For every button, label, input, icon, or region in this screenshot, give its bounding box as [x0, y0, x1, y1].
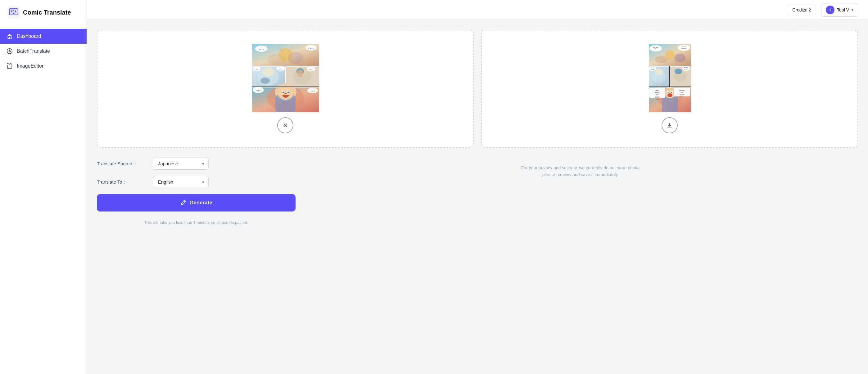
svg-point-21: [262, 67, 274, 77]
svg-text:because: because: [679, 94, 684, 95]
svg-point-10: [268, 54, 286, 65]
svg-text:テキスト: テキスト: [308, 47, 314, 49]
sidebar-item-dashboard[interactable]: Dashboard: [0, 29, 87, 44]
top-header: Credits: 2 t Tool V ▾: [87, 0, 868, 20]
svg-text:Father: Father: [655, 90, 659, 91]
svg-text:see you: see you: [655, 96, 659, 97]
controls-left: Translate Source : Japanese Chinese Kore…: [97, 158, 296, 225]
controls-form: Translate Source : Japanese Chinese Kore…: [97, 158, 296, 225]
close-icon: ✕: [283, 122, 288, 129]
svg-text:セリフ: セリフ: [279, 68, 282, 70]
svg-text:テキスト: テキスト: [309, 69, 314, 70]
credits-badge: Credits: 2: [787, 5, 816, 15]
home-icon: [6, 33, 13, 40]
svg-text:would be: would be: [655, 92, 659, 93]
svg-text:セリフ: セリフ: [259, 48, 264, 50]
download-image-button[interactable]: [661, 117, 678, 133]
svg-text:セリフ: セリフ: [310, 90, 315, 92]
target-language-select[interactable]: English Japanese Chinese Korean Spanish …: [153, 176, 209, 188]
svg-point-11: [288, 52, 303, 64]
user-menu[interactable]: t Tool V ▾: [821, 3, 858, 17]
svg-text:do this!: do this!: [653, 48, 657, 49]
remove-image-button[interactable]: ✕: [277, 117, 293, 133]
sidebar: Comic Translate Dashboard BatchTranslate…: [0, 0, 87, 374]
sidebar-item-image-editor[interactable]: ImageEditor: [0, 59, 87, 73]
svg-text:a father!!: a father!!: [679, 96, 684, 97]
svg-text:if it's: if it's: [681, 92, 683, 93]
svg-point-37: [278, 86, 293, 100]
svg-point-64: [655, 69, 663, 75]
sidebar-logo: Comic Translate: [0, 0, 87, 25]
generate-button[interactable]: Generate: [97, 194, 296, 211]
bottom-controls-row: Translate Source : Japanese Chinese Kore…: [97, 158, 858, 225]
app-title: Comic Translate: [23, 9, 71, 16]
svg-point-22: [260, 77, 270, 84]
svg-text:sad to: sad to: [655, 94, 658, 95]
sidebar-navigation: Dashboard BatchTranslate ImageEditor: [0, 25, 87, 77]
svg-point-82: [668, 93, 673, 97]
source-language-select-wrapper: Japanese Chinese Korean English ▾: [153, 158, 209, 170]
source-language-select[interactable]: Japanese Chinese Korean English: [153, 158, 209, 170]
source-manga-image: セリフ テキスト 話す セリフ: [252, 44, 319, 112]
generate-button-label: Generate: [189, 200, 212, 206]
svg-text:you pay: you pay: [650, 69, 654, 70]
svg-text:Especially: Especially: [679, 90, 684, 91]
svg-point-41: [287, 92, 289, 93]
batch-translate-label: BatchTranslate: [17, 48, 50, 54]
dashboard-label: Dashboard: [17, 33, 41, 39]
user-name: Tool V: [837, 7, 849, 12]
svg-point-54: [674, 54, 685, 62]
target-language-label: Translate To :: [97, 179, 147, 184]
source-language-group: Translate Source : Japanese Chinese Kore…: [97, 158, 296, 170]
target-language-group: Translate To : English Japanese Chinese …: [97, 176, 296, 188]
source-panel: セリフ テキスト 話す セリフ: [97, 30, 474, 148]
svg-text:Are you: Are you: [684, 67, 688, 68]
svg-text:two like: two like: [655, 97, 659, 98]
svg-text:I'll make: I'll make: [650, 67, 654, 69]
translated-manga-image: Wait, don't do this! You can't beat him …: [649, 44, 691, 112]
generate-hint: This will take you less than 1 minute, s…: [97, 220, 296, 225]
source-language-label: Translate Source :: [97, 161, 147, 166]
magic-wand-icon: [180, 200, 186, 206]
app-logo-icon: [7, 6, 20, 19]
svg-point-81: [671, 92, 672, 93]
svg-rect-43: [283, 94, 288, 95]
controls-right: For your privacy and security, we curren…: [303, 158, 858, 182]
svg-text:大きい: 大きい: [256, 90, 260, 92]
svg-text:beat him: beat him: [681, 47, 686, 49]
image-panels-row: セリフ テキスト 話す セリフ: [97, 30, 858, 148]
svg-point-6: [9, 50, 10, 52]
page-content: セリフ テキスト 話す セリフ: [87, 20, 868, 374]
svg-point-66: [675, 69, 682, 74]
svg-point-30: [297, 70, 303, 77]
layers-icon: [6, 48, 13, 55]
target-language-select-wrapper: English Japanese Chinese Korean Spanish …: [153, 176, 209, 188]
svg-text:crazy?!: crazy?!: [684, 69, 688, 70]
svg-point-40: [282, 92, 284, 93]
svg-point-80: [668, 92, 669, 93]
download-icon: [666, 122, 673, 128]
privacy-note-text: For your privacy and security, we curren…: [521, 164, 640, 178]
main-content: Credits: 2 t Tool V ▾: [87, 0, 868, 374]
chevron-down-icon: ▾: [851, 8, 854, 12]
image-editor-label: ImageEditor: [17, 63, 43, 69]
svg-text:this!!!: this!!!: [656, 99, 658, 100]
svg-point-4: [15, 11, 16, 12]
svg-text:話す: 話す: [255, 69, 258, 70]
svg-point-3: [11, 11, 12, 12]
image-icon: [6, 63, 13, 69]
sidebar-item-batch-translate[interactable]: BatchTranslate: [0, 44, 87, 59]
svg-rect-1: [9, 9, 18, 15]
svg-point-53: [655, 56, 668, 63]
translated-panel: Wait, don't do this! You can't beat him …: [481, 30, 858, 148]
privacy-note: For your privacy and security, we curren…: [303, 164, 858, 178]
avatar: t: [826, 6, 834, 14]
